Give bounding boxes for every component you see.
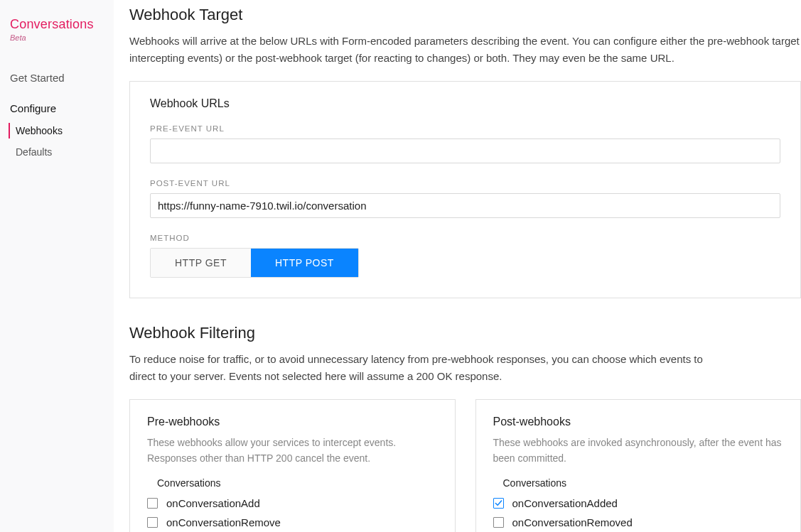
webhook-filtering-heading: Webhook Filtering — [129, 324, 801, 342]
main-content: Webhook Target Webhooks will arrive at t… — [114, 0, 801, 532]
pre-webhooks-desc: These webhooks allow your services to in… — [147, 435, 438, 466]
post-webhooks-list: onConversationAddedonConversationRemoved — [493, 497, 784, 528]
brand-block: Conversations Beta — [0, 17, 114, 45]
brand-beta-label: Beta — [10, 33, 104, 42]
brand-title: Conversations — [10, 17, 104, 32]
pre-webhook-item-label: onConversationAdd — [166, 497, 260, 509]
post-webhook-item-row-1[interactable]: onConversationRemoved — [493, 516, 784, 528]
pre-webhooks-list: onConversationAddonConversationRemove — [147, 497, 438, 528]
pre-event-url-label: PRE-EVENT URL — [150, 124, 780, 133]
checkbox-icon[interactable] — [493, 517, 504, 528]
pre-webhook-item-row-0[interactable]: onConversationAdd — [147, 497, 438, 509]
pre-webhooks-title: Pre-webhooks — [147, 416, 438, 428]
checkbox-icon[interactable] — [147, 517, 158, 528]
post-webhooks-title: Post-webhooks — [493, 416, 784, 428]
nav-get-started[interactable]: Get Started — [0, 66, 114, 89]
post-event-url-input[interactable] — [150, 193, 780, 218]
http-post-button[interactable]: HTTP POST — [251, 249, 358, 277]
pre-webhooks-group: Conversations — [157, 477, 438, 489]
pre-webhook-item-row-1[interactable]: onConversationRemove — [147, 516, 438, 528]
post-webhook-item-label: onConversationRemoved — [512, 516, 633, 528]
nav-defaults[interactable]: Defaults — [0, 141, 114, 163]
post-webhooks-panel: Post-webhooks These webhooks are invoked… — [475, 399, 802, 532]
method-toggle-group: HTTP GET HTTP POST — [150, 248, 359, 278]
webhook-target-heading: Webhook Target — [129, 6, 801, 24]
post-webhook-item-label: onConversationAdded — [512, 497, 618, 509]
post-webhooks-group: Conversations — [503, 477, 784, 489]
webhook-filtering-description: To reduce noise for traffic, or to avoid… — [129, 351, 712, 385]
post-webhooks-desc: These webhooks are invoked asynchronousl… — [493, 435, 784, 466]
sidebar-nav: Get Started Configure Webhooks Defaults — [0, 66, 114, 163]
webhook-target-description: Webhooks will arrive at the below URLs w… — [129, 33, 801, 67]
pre-event-url-input[interactable] — [150, 139, 780, 163]
sidebar: Conversations Beta Get Started Configure… — [0, 0, 114, 532]
pre-webhooks-panel: Pre-webhooks These webhooks allow your s… — [129, 399, 456, 532]
webhook-urls-title: Webhook URLs — [150, 97, 780, 110]
post-event-url-label: POST-EVENT URL — [150, 179, 780, 188]
checkbox-icon[interactable] — [493, 498, 504, 509]
filtering-grid: Pre-webhooks These webhooks allow your s… — [129, 399, 801, 532]
pre-webhook-item-label: onConversationRemove — [166, 516, 281, 528]
webhook-urls-panel: Webhook URLs PRE-EVENT URL POST-EVENT UR… — [129, 81, 801, 298]
nav-configure[interactable]: Configure — [0, 97, 114, 120]
checkbox-icon[interactable] — [147, 498, 158, 509]
method-label: METHOD — [150, 234, 780, 242]
post-webhook-item-row-0[interactable]: onConversationAdded — [493, 497, 784, 509]
http-get-button[interactable]: HTTP GET — [151, 249, 251, 277]
nav-webhooks[interactable]: Webhooks — [0, 120, 114, 141]
